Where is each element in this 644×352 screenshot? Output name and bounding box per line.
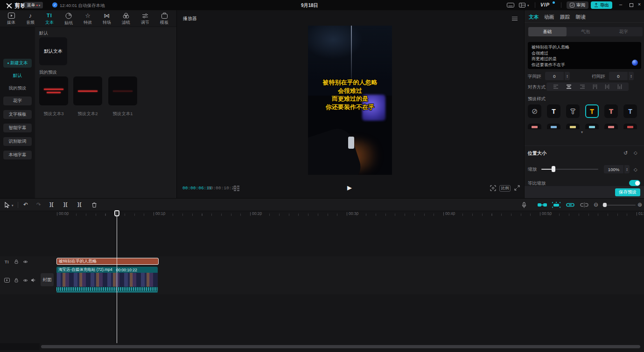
sidebar-item-my-presets[interactable]: 我的预设 [0, 85, 35, 91]
sidebar-item-new-text[interactable]: 新建文本 [3, 59, 32, 68]
valign-top-icon[interactable] [593, 84, 597, 90]
sidebar-item-lyrics-recognition[interactable]: 识别歌词 [3, 137, 32, 146]
subtab-basic[interactable]: 基础 [528, 27, 567, 36]
preset-style-outline[interactable]: T [566, 104, 580, 118]
scale-value-input[interactable]: 100% [604, 165, 623, 173]
record-audio-button[interactable] [522, 202, 526, 208]
zoom-in-button[interactable]: ⊕ [637, 201, 642, 208]
valign-bottom-icon[interactable] [617, 84, 622, 90]
preset-card-3-label[interactable]: 预设文本3 [39, 111, 68, 117]
tool-dropdown-icon[interactable]: ▾ [12, 204, 14, 207]
vip-badge[interactable]: VIP [540, 2, 550, 7]
preset-style-row2-5[interactable] [604, 124, 618, 129]
preset-style-yellow-selected[interactable]: T [585, 104, 599, 118]
subtab-bubble[interactable]: 气泡 [567, 27, 605, 36]
timeline-zoom-handle[interactable] [603, 203, 607, 207]
select-tool-button[interactable] [5, 202, 10, 208]
text-clip[interactable]: 被特别在乎的人忽略 [56, 258, 159, 265]
crop-right-button[interactable]: ][ [77, 201, 82, 207]
text-content-input[interactable]: 被特别在乎的人忽略 会很难过 而更难过的是 你还要装作不在乎 [528, 42, 641, 69]
sidebar-item-default[interactable]: 默认 [0, 73, 35, 79]
maximize-button[interactable] [630, 3, 633, 7]
cover-button[interactable]: 封面 [41, 273, 54, 286]
export-button[interactable]: 导出 [591, 1, 612, 9]
layout-dropdown-icon[interactable]: ▾ [527, 4, 529, 7]
tab-filter[interactable]: 滤镜 [117, 12, 135, 27]
preset-card-2-label[interactable]: 预设文本2 [73, 111, 102, 117]
playhead-handle[interactable] [114, 210, 119, 216]
timeline-zoom-slider[interactable] [602, 205, 636, 206]
tab-inspector-text[interactable]: 文本 [529, 14, 539, 21]
delete-button[interactable] [91, 202, 97, 208]
tab-text[interactable]: TI 文本 [40, 12, 59, 27]
text-track-lock-icon[interactable] [14, 259, 19, 264]
close-button[interactable]: × [636, 1, 643, 7]
scale-keyframe-icon[interactable]: ◇ [634, 167, 637, 172]
letter-spacing-stepper[interactable]: ▴▾ [565, 72, 570, 80]
sidebar-item-text-template[interactable]: 文字模板 [3, 110, 32, 119]
align-right-icon[interactable] [580, 84, 585, 89]
video-track-mute-icon[interactable] [31, 278, 36, 283]
save-preset-button[interactable]: 保存预设 [615, 188, 640, 196]
reset-icon[interactable]: ↺ [623, 150, 628, 156]
zoom-out-button[interactable]: ⊖ [594, 201, 598, 208]
uniform-scale-toggle[interactable] [629, 180, 640, 186]
tab-inspector-animation[interactable]: 动画 [544, 14, 554, 21]
sidebar-item-local-subtitle[interactable]: 本地字幕 [3, 151, 32, 159]
video-track-lock-icon[interactable] [14, 278, 19, 283]
focus-icon[interactable] [490, 185, 496, 191]
valign-center-icon[interactable] [605, 84, 609, 90]
preset-style-row2-6[interactable] [623, 124, 637, 129]
preset-card-1[interactable] [108, 76, 137, 105]
preset-card-3[interactable] [39, 76, 68, 105]
frame-view-icon[interactable] [234, 186, 240, 191]
layout-switch-icon[interactable] [519, 3, 525, 7]
expand-presets-chevron-icon[interactable]: ▾ [581, 130, 583, 134]
magnetic-snap-toggle[interactable] [538, 202, 547, 208]
review-button[interactable]: 审阅 [567, 1, 588, 9]
play-button[interactable]: ▶ [347, 184, 352, 191]
preview-axis-toggle[interactable] [566, 202, 575, 208]
undo-button[interactable]: ↶ [23, 201, 28, 208]
preset-style-red[interactable]: T [604, 104, 618, 118]
player-menu-icon[interactable] [512, 17, 518, 21]
crop-left-button[interactable]: ][ [63, 201, 68, 207]
preset-style-none[interactable]: ⊘ [528, 104, 541, 118]
unlink-icon[interactable] [580, 202, 589, 208]
scale-slider-handle[interactable] [552, 166, 555, 172]
line-spacing-input[interactable]: 0 [609, 72, 628, 80]
preset-style-row2-2[interactable] [547, 124, 560, 129]
preset-style-blue[interactable]: T [623, 104, 637, 118]
video-clip[interactable]: 淘宝店-自媒体充电站 (72).mp4 00:00:10:22 [56, 267, 158, 293]
tab-sticker[interactable]: 贴纸 [59, 12, 78, 27]
redo-button[interactable]: ↷ [36, 201, 41, 208]
minimize-button[interactable]: – [617, 1, 624, 7]
color-sphere-icon[interactable] [632, 60, 638, 66]
tab-transition[interactable]: ⋈ 转场 [98, 12, 116, 27]
preset-style-row2-1[interactable] [528, 124, 541, 129]
shortcut-keyboard-icon[interactable] [507, 3, 514, 7]
preset-style-white[interactable]: T [547, 104, 560, 118]
linkage-toggle[interactable] [552, 202, 561, 208]
sidebar-item-huazi[interactable]: 花字 [3, 97, 32, 105]
text-track-visibility-icon[interactable] [23, 260, 28, 264]
tab-inspector-readaloud[interactable]: 朗读 [576, 14, 586, 21]
playhead-line[interactable] [117, 210, 117, 343]
scale-stepper[interactable]: ▴▾ [624, 165, 630, 173]
menu-button[interactable]: 菜单 ▾ [24, 2, 43, 8]
fullscreen-icon[interactable] [514, 185, 520, 191]
caption-overlay[interactable]: 被特别在乎的人忽略 会很难过 而更难过的是 你还要装作不在乎 [308, 78, 392, 111]
video-preview[interactable]: 被特别在乎的人忽略 会很难过 而更难过的是 你还要装作不在乎 [308, 26, 392, 175]
preset-style-row2-4[interactable] [585, 124, 599, 129]
preset-card-1-label[interactable]: 预设文本1 [108, 111, 137, 117]
sidebar-item-smart-subtitle[interactable]: 智能字幕 [3, 124, 32, 132]
tab-inspector-tracking[interactable]: 跟踪 [560, 14, 570, 21]
position-size-label[interactable]: 位置大小 [528, 150, 546, 157]
preset-card-2[interactable] [73, 76, 102, 105]
subtab-huazi[interactable]: 花字 [604, 27, 643, 36]
tab-adjust[interactable]: 调节 [136, 12, 154, 27]
split-button[interactable]: ][ [49, 201, 54, 207]
horizontal-scrollbar[interactable] [41, 345, 640, 348]
default-text-card[interactable]: 默认文本 [39, 37, 67, 65]
align-left-icon[interactable] [553, 84, 559, 89]
